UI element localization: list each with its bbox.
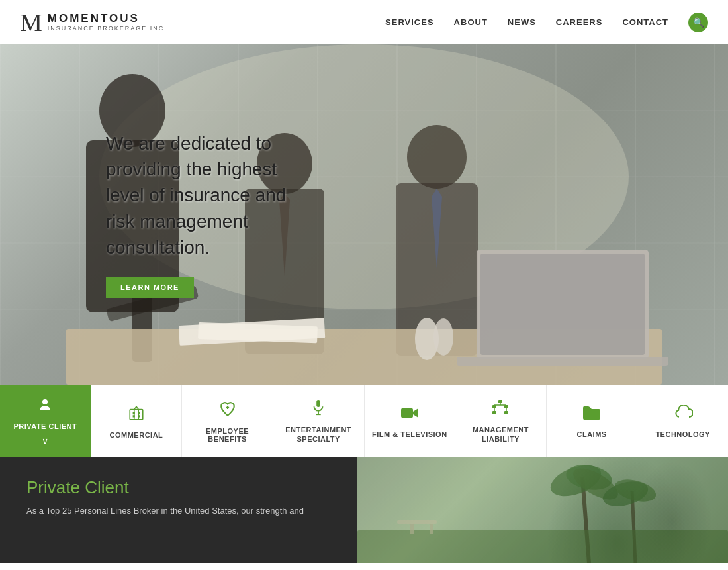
search-icon: 🔍 [693, 17, 704, 28]
logo[interactable]: M MOMENTOUS INSURANCE BROKERAGE INC. [20, 10, 167, 35]
building-icon [128, 404, 145, 426]
svg-rect-39 [316, 400, 320, 407]
company-name: MOMENTOUS [48, 13, 167, 25]
service-label-technology: TECHNOLOGY [655, 430, 710, 438]
service-item-claims[interactable]: CLAIMS [547, 385, 638, 457]
cloud-icon [673, 405, 693, 425]
nav-services[interactable]: SERVICES [385, 17, 434, 27]
service-label-film-tv: FILM & TELEVISION [372, 430, 447, 438]
service-item-private-client[interactable]: PRIVATE CLIENT ∨ [0, 385, 91, 457]
svg-rect-28 [457, 357, 668, 366]
chevron-down-icon: ∨ [42, 436, 48, 446]
hero-section: We are dedicated to providing the highes… [0, 44, 728, 385]
nav-news[interactable]: NEWS [508, 17, 536, 27]
svg-rect-27 [480, 254, 645, 355]
svg-rect-47 [492, 411, 496, 414]
hero-content: We are dedicated to providing the highes… [106, 130, 318, 298]
svg-marker-43 [413, 408, 418, 418]
svg-rect-61 [357, 530, 728, 563]
svg-rect-64 [430, 524, 433, 534]
bottom-image [357, 457, 728, 563]
folder-icon [582, 405, 601, 425]
service-item-entertainment[interactable]: ENTERTAINMENTSPECIALTY [273, 385, 365, 457]
service-item-commercial[interactable]: COMMERCIAL [91, 385, 183, 457]
bottom-section: Private Client As a Top 25 Personal Line… [0, 457, 728, 563]
microphone-icon [310, 399, 326, 420]
hero-headline: We are dedicated to providing the highes… [106, 130, 318, 260]
company-sub: INSURANCE BROKERAGE INC. [48, 25, 167, 32]
service-label-claims: CLAIMS [576, 430, 606, 438]
svg-point-32 [433, 318, 453, 356]
service-item-technology[interactable]: TECHNOLOGY [637, 385, 728, 457]
svg-rect-44 [498, 400, 502, 403]
outdoor-scene [357, 457, 728, 563]
service-item-employee-benefits[interactable]: EMPLOYEE BENEFITS [182, 385, 273, 457]
service-label-employee-benefits: EMPLOYEE BENEFITS [185, 427, 269, 443]
person-icon [37, 397, 53, 417]
camera-icon [400, 405, 419, 425]
services-bar: PRIVATE CLIENT ∨ COMMERCIAL EMPLOYEE BEN… [0, 385, 728, 457]
nav-careers[interactable]: CAREERS [556, 17, 603, 27]
site-header: M MOMENTOUS INSURANCE BROKERAGE INC. SER… [0, 0, 728, 44]
nav-about[interactable]: ABOUT [454, 17, 488, 27]
svg-rect-62 [397, 520, 437, 524]
private-client-info: Private Client As a Top 25 Personal Line… [0, 457, 357, 563]
svg-rect-63 [410, 524, 414, 534]
svg-rect-42 [401, 408, 413, 418]
svg-rect-48 [504, 411, 508, 414]
service-label-entertainment: ENTERTAINMENTSPECIALTY [285, 426, 351, 443]
section-text: As a Top 25 Personal Lines Broker in the… [26, 504, 331, 518]
svg-point-33 [42, 399, 48, 404]
service-label-management-liability: MANAGEMENTLIABILITY [473, 426, 529, 443]
main-nav: SERVICES ABOUT NEWS CAREERS CONTACT 🔍 [385, 13, 708, 32]
svg-rect-34 [130, 409, 143, 419]
svg-point-22 [407, 125, 467, 189]
heart-icon [219, 401, 236, 422]
search-button[interactable]: 🔍 [688, 13, 708, 32]
logo-m-letter: M [20, 10, 42, 35]
org-chart-icon [491, 399, 510, 420]
service-item-management-liability[interactable]: MANAGEMENTLIABILITY [455, 385, 547, 457]
logo-text: MOMENTOUS INSURANCE BROKERAGE INC. [48, 13, 167, 32]
service-label-private-client: PRIVATE CLIENT [13, 422, 77, 430]
service-item-film-tv[interactable]: FILM & TELEVISION [365, 385, 456, 457]
section-title: Private Client [26, 477, 331, 498]
service-label-commercial: COMMERCIAL [110, 431, 163, 439]
learn-more-button[interactable]: LEARN MORE [106, 277, 194, 298]
nav-contact[interactable]: CONTACT [622, 17, 668, 27]
